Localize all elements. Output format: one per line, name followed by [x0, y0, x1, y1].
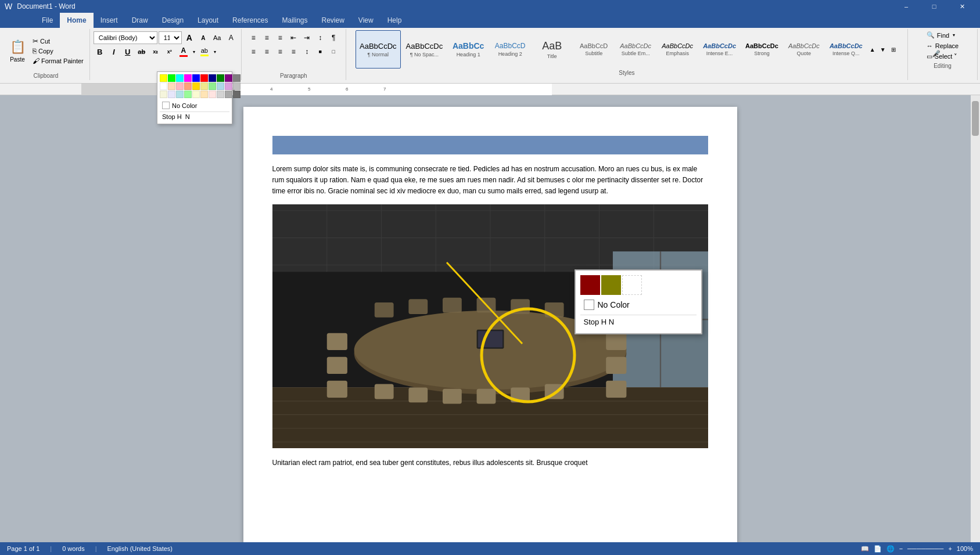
- bullets-button[interactable]: ≡: [247, 31, 260, 44]
- underline-button[interactable]: U: [121, 45, 134, 58]
- document-scrollbar[interactable]: [971, 95, 980, 555]
- color-pink[interactable]: [176, 82, 184, 90]
- highlight-color-button[interactable]: ab: [198, 46, 211, 57]
- color-dim-gray[interactable]: [233, 91, 240, 98]
- color-blue[interactable]: [192, 74, 200, 82]
- tab-file[interactable]: File: [35, 13, 60, 28]
- tab-layout[interactable]: Layout: [191, 13, 225, 28]
- style-intense-emphasis[interactable]: AaBbCcDc Intense E...: [699, 30, 740, 69]
- view-read-button[interactable]: 📖: [861, 545, 869, 553]
- color-dark-green[interactable]: [217, 74, 224, 82]
- zoomed-stop-highlight-button[interactable]: Stop H N: [580, 315, 697, 329]
- color-beige[interactable]: [160, 91, 167, 98]
- styles-expand[interactable]: ⊞: [889, 30, 898, 69]
- style-subtle-emphasis[interactable]: AaBbCcDc Subtle Em...: [615, 30, 656, 69]
- subscript-button[interactable]: x₂: [149, 45, 162, 58]
- zoomed-no-color-button[interactable]: No Color: [580, 297, 697, 312]
- style-heading1[interactable]: AaBbCc Heading 1: [448, 30, 489, 69]
- multilevel-button[interactable]: ≡: [274, 31, 286, 44]
- style-heading2[interactable]: AaBbCcD Heading 2: [490, 30, 530, 69]
- cut-button[interactable]: ✂ Cut: [30, 37, 86, 46]
- document-paragraph1[interactable]: Lorem sump dolor sits mate is, is commun…: [272, 164, 708, 197]
- tab-review[interactable]: Review: [315, 13, 351, 28]
- numbering-button[interactable]: ≡: [260, 31, 273, 44]
- color-misty-rose[interactable]: [209, 91, 216, 98]
- align-left-button[interactable]: ≡: [247, 45, 260, 58]
- voice-button[interactable]: 🎤: [928, 28, 945, 79]
- view-web-button[interactable]: 🌐: [886, 545, 895, 553]
- tab-view[interactable]: View: [351, 13, 380, 28]
- tab-mailings[interactable]: Mailings: [275, 13, 314, 28]
- zoom-slider[interactable]: ────────: [907, 545, 943, 552]
- style-emphasis[interactable]: AaBbCcDc Emphasis: [657, 30, 698, 69]
- zoom-in-button[interactable]: +: [948, 545, 952, 552]
- maximize-button[interactable]: □: [921, 0, 947, 13]
- change-case-button[interactable]: Aa: [211, 31, 224, 44]
- italic-button[interactable]: I: [107, 45, 120, 58]
- color-salmon[interactable]: [184, 82, 192, 90]
- find-dropdown[interactable]: ▾: [953, 33, 955, 38]
- style-quote[interactable]: AaBbCcDc Quote: [784, 30, 824, 69]
- shading-button[interactable]: ■: [314, 45, 326, 58]
- tab-draw[interactable]: Draw: [125, 13, 155, 28]
- style-subtitle[interactable]: AaBbCcD Subtitle: [573, 30, 614, 69]
- no-color-button[interactable]: No Color: [160, 100, 229, 110]
- style-strong[interactable]: AaBbCcDc Strong: [741, 30, 782, 69]
- borders-button[interactable]: □: [327, 45, 340, 58]
- document-area[interactable]: Lorem sump dolor sits mate is, is commun…: [0, 95, 980, 555]
- align-right-button[interactable]: ≡: [274, 45, 286, 58]
- font-size-select[interactable]: 11: [159, 31, 182, 44]
- styles-scroll-up[interactable]: ▲: [868, 30, 877, 69]
- grow-font-button[interactable]: A: [183, 31, 196, 44]
- color-gold[interactable]: [192, 82, 200, 90]
- color-light-gray[interactable]: [217, 91, 224, 98]
- color-magenta[interactable]: [184, 74, 192, 82]
- color-moccasin[interactable]: [200, 91, 208, 98]
- increase-indent-button[interactable]: ⇥: [300, 31, 313, 44]
- font-name-select[interactable]: Calibri (Body): [94, 31, 157, 44]
- show-para-button[interactable]: ¶: [327, 31, 340, 44]
- stop-highlight-button[interactable]: Stop H N: [160, 111, 229, 121]
- color-light-blue[interactable]: [217, 82, 224, 90]
- tab-help[interactable]: Help: [380, 13, 409, 28]
- clear-format-button[interactable]: A: [225, 31, 238, 44]
- color-cyan[interactable]: [176, 74, 184, 82]
- bold-button[interactable]: B: [94, 45, 106, 58]
- color-khaki[interactable]: [200, 82, 208, 90]
- decrease-indent-button[interactable]: ⇤: [287, 31, 300, 44]
- color-plum[interactable]: [225, 82, 232, 90]
- document-paragraph-bottom[interactable]: Unitarian elect ram patriot, end sea tub…: [272, 457, 708, 468]
- paste-button[interactable]: 📋 Paste: [6, 37, 29, 66]
- tab-design[interactable]: Design: [155, 13, 191, 28]
- color-dark-blue[interactable]: [209, 74, 216, 82]
- close-button[interactable]: ✕: [949, 0, 975, 13]
- color-yellow[interactable]: [160, 74, 167, 82]
- zoom-out-button[interactable]: −: [899, 545, 903, 552]
- color-pale-green[interactable]: [184, 91, 192, 98]
- style-normal[interactable]: AaBbCcDc ¶ Normal: [356, 30, 401, 69]
- styles-scroll-down[interactable]: ▼: [878, 30, 888, 69]
- color-lavender[interactable]: [168, 91, 175, 98]
- color-red[interactable]: [200, 74, 208, 82]
- scrollbar-thumb[interactable]: [972, 101, 979, 136]
- color-light-green[interactable]: [209, 82, 216, 90]
- view-print-button[interactable]: 📄: [874, 545, 882, 553]
- style-intense-quote[interactable]: AaBbCcDc Intense Q...: [825, 30, 867, 69]
- format-painter-button[interactable]: 🖌 Format Painter: [30, 56, 86, 66]
- tab-references[interactable]: References: [225, 13, 275, 28]
- justify-button[interactable]: ≡: [287, 45, 300, 58]
- style-title[interactable]: AaB Title: [532, 30, 572, 69]
- color-gray[interactable]: [233, 74, 240, 82]
- align-center-button[interactable]: ≡: [260, 45, 273, 58]
- font-color-dropdown[interactable]: ▾: [191, 45, 197, 58]
- line-spacing-button[interactable]: ↕: [300, 45, 313, 58]
- color-silver[interactable]: [233, 82, 240, 90]
- font-color-button[interactable]: A: [177, 46, 190, 57]
- strikethrough-button[interactable]: ab: [135, 45, 148, 58]
- superscript-button[interactable]: x²: [163, 45, 176, 58]
- copy-button[interactable]: ⎘ Copy: [30, 46, 86, 56]
- minimize-button[interactable]: –: [893, 0, 920, 13]
- zoomed-darkred-swatch[interactable]: [580, 275, 600, 295]
- color-dark-gray[interactable]: [225, 91, 232, 98]
- color-light-goldenrod[interactable]: [192, 91, 200, 98]
